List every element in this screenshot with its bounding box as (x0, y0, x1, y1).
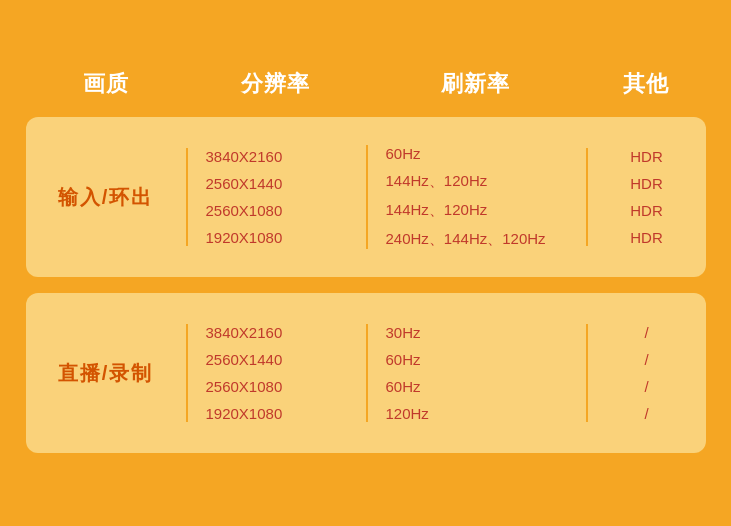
other-2-2: / (644, 378, 648, 395)
other-list-2: / / / / (598, 324, 696, 422)
row-label-1: 输入/环出 (26, 184, 186, 211)
refresh-2-2: 60Hz (386, 378, 576, 395)
other-1-1: HDR (630, 175, 663, 192)
other-list-1: HDR HDR HDR HDR (598, 148, 696, 246)
col-other-1: HDR HDR HDR HDR (586, 148, 706, 246)
refresh-2-1: 60Hz (386, 351, 576, 368)
res-2-0: 3840X2160 (206, 324, 356, 341)
data-row-1: 输入/环出 3840X2160 2560X1440 2560X1080 1920… (26, 117, 706, 277)
other-2-0: / (644, 324, 648, 341)
row-live-record: 直播/录制 3840X2160 2560X1440 2560X1080 1920… (26, 293, 706, 453)
table-header: 画质 分辨率 刷新率 其他 (26, 57, 706, 117)
header-col4: 其他 (586, 69, 706, 99)
row-label-2: 直播/录制 (26, 360, 186, 387)
refresh-1-2: 144Hz、120Hz (386, 201, 576, 220)
refresh-list-1: 60Hz 144Hz、120Hz 144Hz、120Hz 240Hz、144Hz… (378, 145, 576, 249)
refresh-2-3: 120Hz (386, 405, 576, 422)
header-col2: 分辨率 (186, 69, 366, 99)
col-resolutions-2: 3840X2160 2560X1440 2560X1080 1920X1080 (186, 324, 366, 422)
row-input-output: 输入/环出 3840X2160 2560X1440 2560X1080 1920… (26, 117, 706, 277)
other-1-0: HDR (630, 148, 663, 165)
data-row-2: 直播/录制 3840X2160 2560X1440 2560X1080 1920… (26, 293, 706, 453)
other-2-3: / (644, 405, 648, 422)
res-1-3: 1920X1080 (206, 229, 356, 246)
refresh-1-1: 144Hz、120Hz (386, 172, 576, 191)
refresh-list-2: 30Hz 60Hz 60Hz 120Hz (378, 324, 576, 422)
res-2-2: 2560X1080 (206, 378, 356, 395)
res-2-1: 2560X1440 (206, 351, 356, 368)
other-2-1: / (644, 351, 648, 368)
col-refresh-1: 60Hz 144Hz、120Hz 144Hz、120Hz 240Hz、144Hz… (366, 145, 586, 249)
res-2-3: 1920X1080 (206, 405, 356, 422)
other-1-2: HDR (630, 202, 663, 219)
res-1-0: 3840X2160 (206, 148, 356, 165)
col-resolutions-1: 3840X2160 2560X1440 2560X1080 1920X1080 (186, 148, 366, 246)
other-1-3: HDR (630, 229, 663, 246)
refresh-1-0: 60Hz (386, 145, 576, 162)
table-container: 画质 分辨率 刷新率 其他 输入/环出 3840X2160 2560X1440 … (26, 57, 706, 469)
resolution-list-2: 3840X2160 2560X1440 2560X1080 1920X1080 (198, 324, 356, 422)
resolution-list-1: 3840X2160 2560X1440 2560X1080 1920X1080 (198, 148, 356, 246)
col-other-2: / / / / (586, 324, 706, 422)
refresh-2-0: 30Hz (386, 324, 576, 341)
refresh-1-3: 240Hz、144Hz、120Hz (386, 230, 576, 249)
col-refresh-2: 30Hz 60Hz 60Hz 120Hz (366, 324, 586, 422)
res-1-1: 2560X1440 (206, 175, 356, 192)
header-col1: 画质 (26, 69, 186, 99)
res-1-2: 2560X1080 (206, 202, 356, 219)
header-col3: 刷新率 (366, 69, 586, 99)
